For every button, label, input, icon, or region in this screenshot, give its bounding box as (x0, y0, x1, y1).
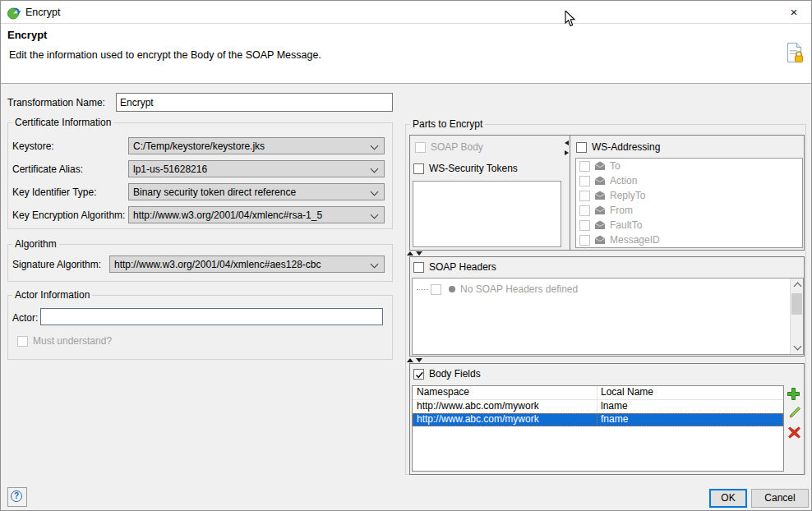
chevron-down-icon (371, 260, 379, 269)
parts-top-section: SOAP Body WS-Security Tokens WS-Addressi… (409, 135, 805, 251)
tree-leader (417, 289, 428, 290)
ws-security-tokens-list[interactable] (413, 181, 561, 247)
must-understand-checkbox: Must understand? (17, 335, 112, 347)
soap-headers-empty-row: No SOAP Headers defined (417, 283, 578, 295)
splitter-collapse-up-icon[interactable] (407, 358, 413, 362)
edit-button[interactable] (787, 406, 801, 420)
ws-addressing-checkbox[interactable]: WS-Addressing (576, 141, 660, 153)
signature-algorithm-label: Signature Algorithm: (12, 259, 101, 270)
envelope-icon (594, 205, 606, 215)
ok-button[interactable]: OK (709, 489, 747, 508)
parts-to-encrypt-legend: Parts to Encrypt (410, 118, 485, 130)
ws-addressing-item-replyto: ReplyTo (576, 188, 802, 203)
checkbox-icon (413, 262, 424, 273)
column-header-local-name: Local Name (597, 386, 783, 399)
transformation-name-label: Transformation Name: (7, 97, 105, 108)
chevron-down-icon (371, 188, 379, 196)
body-fields-table: Namespace Local Name http://www.abc.com/… (412, 385, 784, 472)
splitter-expand-down-icon[interactable] (416, 358, 422, 362)
soap-headers-list: No SOAP Headers defined (412, 278, 804, 355)
transform-icon (7, 6, 21, 20)
certificate-alias-label: Certificate Alias: (12, 163, 83, 175)
secure-document-icon (785, 42, 805, 65)
splitter-collapse-left-icon[interactable] (565, 140, 569, 145)
ws-addressing-pane: WS-Addressing To Action ReplyTo (570, 136, 806, 250)
mouse-cursor (565, 11, 576, 27)
envelope-icon (594, 220, 606, 230)
close-icon[interactable]: × (785, 3, 803, 21)
envelope-icon (594, 235, 606, 245)
keystore-select[interactable]: C:/Temp/keystore/keystore.jks (128, 137, 385, 154)
scroll-down-icon[interactable] (794, 343, 802, 351)
scrollbar-thumb[interactable] (791, 293, 802, 315)
chevron-down-icon (371, 165, 379, 173)
envelope-icon (594, 191, 606, 200)
checkbox-icon (579, 235, 590, 246)
actor-information-group: Actor Information (7, 295, 393, 360)
splitter-collapse-up-icon[interactable] (407, 251, 413, 256)
page-description: Edit the information used to encrypt the… (9, 49, 321, 61)
checkbox-icon (579, 161, 590, 172)
checkbox-icon (579, 220, 590, 231)
checkbox-icon (415, 142, 426, 153)
chevron-down-icon (371, 142, 379, 150)
checkbox-icon (431, 284, 441, 295)
title-bar: Encrypt × (1, 1, 811, 24)
add-button[interactable] (787, 387, 800, 401)
splitter-expand-right-icon[interactable] (565, 150, 569, 155)
algorithm-legend: Algorithm (12, 238, 59, 250)
window-title: Encrypt (25, 7, 60, 18)
signature-algorithm-select[interactable]: http://www.w3.org/2001/04/xmlenc#aes128-… (109, 256, 385, 273)
table-row[interactable]: http://www.abc.com/mywork lname (413, 400, 783, 413)
key-identifier-type-select[interactable]: Binary security token direct reference (128, 183, 385, 200)
table-header-row: Namespace Local Name (413, 386, 783, 400)
checkbox-icon (17, 336, 28, 347)
actor-information-legend: Actor Information (12, 289, 92, 301)
checkbox-icon (579, 205, 590, 216)
key-identifier-type-label: Key Identifier Type: (12, 186, 97, 198)
keystore-label: Keystore: (12, 140, 54, 152)
encrypt-dialog: Encrypt × Encrypt Edit the information u… (0, 0, 812, 511)
vertical-scrollbar[interactable] (790, 279, 803, 354)
ws-addressing-list: To Action ReplyTo From (575, 158, 803, 248)
cancel-button[interactable]: Cancel (751, 489, 809, 508)
help-button[interactable]: ? (7, 487, 27, 507)
envelope-icon (594, 161, 606, 171)
soap-body-checkbox: SOAP Body (415, 141, 483, 153)
actor-label: Actor: (12, 312, 38, 324)
soap-headers-checkbox[interactable]: SOAP Headers (413, 261, 496, 273)
column-header-namespace: Namespace (413, 386, 597, 399)
soap-headers-section: SOAP Headers No SOAP Headers defined (409, 256, 805, 357)
checkbox-icon (413, 163, 424, 174)
checkbox-icon (579, 176, 590, 186)
checkbox-icon (576, 142, 587, 153)
checkbox-icon (579, 191, 590, 201)
key-encryption-algorithm-label: Key Encryption Algorithm: (12, 209, 125, 221)
bullet-icon (449, 286, 455, 292)
chevron-down-icon (371, 211, 379, 219)
ws-addressing-item-messageid: MessageID (576, 232, 802, 247)
ws-addressing-item-faultto: FaultTo (576, 218, 802, 232)
page-title: Encrypt (7, 29, 47, 41)
splitter-expand-down-icon[interactable] (416, 251, 422, 256)
ws-security-tokens-checkbox[interactable]: WS-Security Tokens (413, 163, 518, 174)
certificate-information-legend: Certificate Information (12, 117, 113, 128)
ws-addressing-item-to: To (576, 159, 802, 173)
certificate-alias-select[interactable]: lp1-us-51628216 (128, 160, 385, 177)
ws-addressing-item-from: From (576, 203, 802, 218)
transformation-name-input[interactable] (116, 93, 393, 112)
body-fields-section: Body Fields Namespace Local Name http://… (409, 363, 805, 475)
delete-button[interactable] (787, 426, 801, 440)
ws-addressing-item-action: Action (576, 173, 802, 188)
envelope-icon (594, 176, 606, 186)
key-encryption-algorithm-select[interactable]: http://www.w3.org/2001/04/xmlenc#rsa-1_5 (128, 206, 385, 223)
checkbox-icon (413, 369, 424, 380)
scroll-up-icon[interactable] (794, 283, 802, 291)
table-row-selected[interactable]: http://www.abc.com/mywork fname (413, 413, 783, 426)
help-icon: ? (11, 490, 22, 502)
actor-input[interactable] (40, 308, 383, 325)
body-fields-checkbox[interactable]: Body Fields (413, 368, 481, 380)
